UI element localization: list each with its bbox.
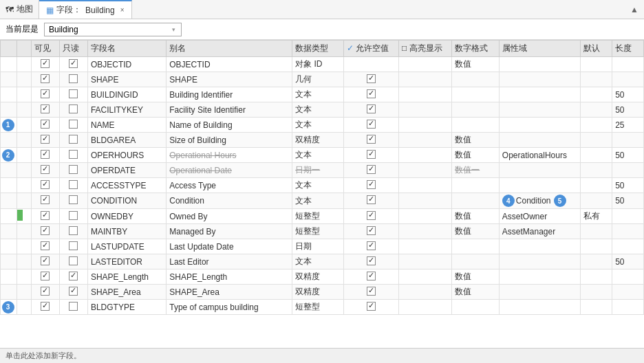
visible-checkbox[interactable]: [31, 300, 59, 315]
table-row[interactable]: OWNEDBYOwned By短整型数值AssetOwner私有: [1, 209, 644, 224]
visible-checkbox[interactable]: [31, 193, 59, 209]
allow-null-checkbox[interactable]: [343, 270, 398, 285]
allow-null-checkbox[interactable]: [343, 285, 398, 300]
highlight-checkbox[interactable]: [398, 57, 451, 72]
allow-null-checkbox[interactable]: [343, 224, 398, 239]
highlight-checkbox[interactable]: [398, 87, 451, 102]
visible-checkbox[interactable]: [31, 72, 59, 87]
visible-checkbox[interactable]: [31, 270, 59, 285]
table-row[interactable]: OPERDATEOperational Date日期一数值一: [1, 163, 644, 178]
readonly-checkbox[interactable]: [59, 178, 87, 193]
visible-checkbox[interactable]: [31, 57, 59, 72]
allow-null-checkbox[interactable]: [343, 254, 398, 270]
layer-select[interactable]: Building ▾: [44, 23, 182, 36]
table-row[interactable]: SHAPE_LengthSHAPE_Length双精度数值: [1, 270, 644, 285]
highlight-checkbox[interactable]: [398, 239, 451, 254]
row-badge: [1, 239, 17, 254]
visible-checkbox[interactable]: [31, 87, 59, 102]
tab-map[interactable]: 🗺 地图: [0, 0, 39, 19]
table-row[interactable]: MAINTBYManaged By短整型数值AssetManager: [1, 224, 644, 239]
visible-checkbox[interactable]: [31, 239, 59, 254]
visible-checkbox[interactable]: [31, 133, 59, 148]
readonly-checkbox[interactable]: [59, 57, 87, 72]
allow-null-checkbox[interactable]: [343, 178, 398, 193]
highlight-checkbox[interactable]: [398, 224, 451, 239]
highlight-checkbox[interactable]: [398, 163, 451, 178]
visible-checkbox[interactable]: [31, 285, 59, 300]
visible-checkbox[interactable]: [31, 102, 59, 118]
table-row[interactable]: BUILDINGIDBuilding Identifier文本50: [1, 87, 644, 102]
highlight-checkbox[interactable]: [398, 133, 451, 148]
table-row[interactable]: CONDITIONCondition文本4Condition550: [1, 193, 644, 209]
table-row[interactable]: 3BLDGTYPEType of campus building短整型: [1, 300, 644, 315]
allow-null-checkbox[interactable]: [343, 300, 398, 315]
table-row[interactable]: BLDGAREASize of Building双精度数值: [1, 133, 644, 148]
highlight-checkbox[interactable]: [398, 72, 451, 87]
allow-null-checkbox[interactable]: [343, 209, 398, 224]
table-row[interactable]: FACILITYKEYFacility Site Identifier文本50: [1, 102, 644, 118]
table-row[interactable]: OBJECTIDOBJECTID对象 ID数值: [1, 57, 644, 72]
allow-null-checkbox[interactable]: [343, 87, 398, 102]
readonly-checkbox[interactable]: [59, 133, 87, 148]
allow-null-checkbox[interactable]: [343, 102, 398, 118]
highlight-checkbox[interactable]: [398, 178, 451, 193]
table-row[interactable]: 1NAMEName of Building文本25: [1, 118, 644, 133]
allow-null-checkbox[interactable]: [343, 193, 398, 209]
table-header-row: 可见 只读 字段名 别名 数据类型 ✓ 允许空值 □ 高亮显示 数字格式 属性域…: [1, 41, 644, 57]
readonly-checkbox[interactable]: [59, 254, 87, 270]
table-row[interactable]: 2OPERHOURSOperational Hours文本数值Operation…: [1, 148, 644, 163]
row-badge: [1, 163, 17, 178]
field-length: [612, 285, 644, 300]
highlight-checkbox[interactable]: [398, 102, 451, 118]
table-row[interactable]: SHAPE_AreaSHAPE_Area双精度数值: [1, 285, 644, 300]
table-row[interactable]: LASTUPDATELast Update Date日期: [1, 239, 644, 254]
allow-null-checkbox[interactable]: [343, 118, 398, 133]
readonly-checkbox[interactable]: [59, 193, 87, 209]
highlight-checkbox[interactable]: [398, 254, 451, 270]
readonly-checkbox[interactable]: [59, 102, 87, 118]
field-default: [581, 178, 612, 193]
visible-checkbox[interactable]: [31, 224, 59, 239]
highlight-checkbox[interactable]: [398, 285, 451, 300]
readonly-checkbox[interactable]: [59, 224, 87, 239]
readonly-checkbox[interactable]: [59, 300, 87, 315]
highlight-checkbox[interactable]: [398, 193, 451, 209]
readonly-checkbox[interactable]: [59, 148, 87, 163]
field-default: [581, 148, 612, 163]
highlight-checkbox[interactable]: [398, 270, 451, 285]
visible-checkbox[interactable]: [31, 178, 59, 193]
readonly-checkbox[interactable]: [59, 163, 87, 178]
visible-checkbox[interactable]: [31, 118, 59, 133]
field-datatype: 文本: [292, 178, 343, 193]
readonly-checkbox[interactable]: [59, 209, 87, 224]
allow-null-checkbox[interactable]: [343, 148, 398, 163]
readonly-checkbox[interactable]: [59, 239, 87, 254]
visible-checkbox[interactable]: [31, 254, 59, 270]
col-header-highlight: □ 高亮显示: [398, 41, 451, 57]
field-name: OWNEDBY: [87, 209, 166, 224]
visible-checkbox[interactable]: [31, 163, 59, 178]
readonly-checkbox[interactable]: [59, 285, 87, 300]
readonly-checkbox[interactable]: [59, 72, 87, 87]
allow-null-checkbox[interactable]: [343, 72, 398, 87]
readonly-checkbox[interactable]: [59, 270, 87, 285]
allow-null-checkbox[interactable]: [343, 163, 398, 178]
table-row[interactable]: SHAPESHAPE几何: [1, 72, 644, 87]
readonly-checkbox[interactable]: [59, 118, 87, 133]
highlight-checkbox[interactable]: [398, 209, 451, 224]
readonly-checkbox[interactable]: [59, 87, 87, 102]
allow-null-checkbox[interactable]: [343, 133, 398, 148]
visible-checkbox[interactable]: [31, 148, 59, 163]
field-domain: [499, 239, 581, 254]
field-name: LASTUPDATE: [87, 239, 166, 254]
table-row[interactable]: LASTEDITORLast Editor文本50: [1, 254, 644, 270]
close-tab-button[interactable]: ×: [120, 6, 125, 14]
highlight-checkbox[interactable]: [398, 118, 451, 133]
tab-fields[interactable]: ▦ 字段： Building ×: [39, 0, 132, 19]
allow-null-checkbox[interactable]: [343, 57, 398, 72]
visible-checkbox[interactable]: [31, 209, 59, 224]
highlight-checkbox[interactable]: [398, 148, 451, 163]
allow-null-checkbox[interactable]: [343, 239, 398, 254]
table-row[interactable]: ACCESSTYPEAccess Type文本50: [1, 178, 644, 193]
highlight-checkbox[interactable]: [398, 300, 451, 315]
